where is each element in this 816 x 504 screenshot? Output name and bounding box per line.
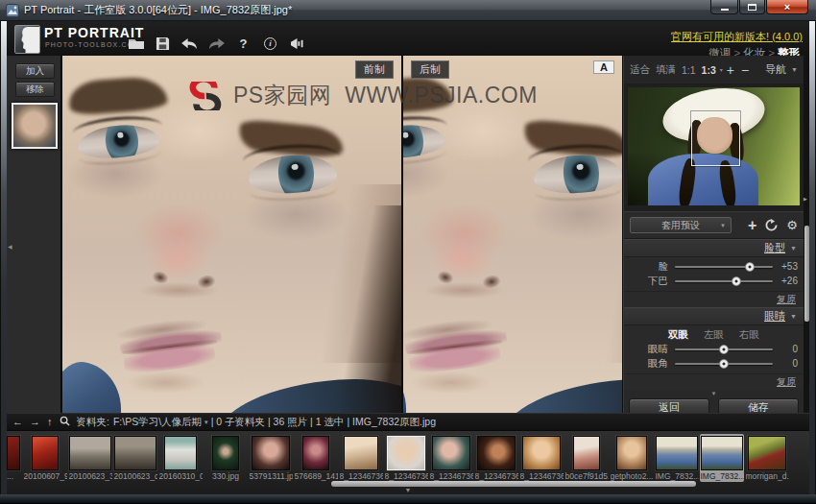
save-icon[interactable] [154, 36, 172, 52]
eye-tab-右眼[interactable]: 右眼 [739, 328, 759, 342]
filmstrip-collapse-icon[interactable]: ▼ [7, 487, 809, 493]
preset-dropdown[interactable]: 套用预设 ▼ [630, 217, 732, 233]
eyes-section-title[interactable]: 眼睛 [764, 309, 785, 324]
chin-slider[interactable] [675, 276, 773, 286]
close-button[interactable]: × [766, 0, 808, 14]
zoom-option-1:1[interactable]: 1:1 [682, 64, 696, 76]
path-sort-caret-icon[interactable]: ▾ [204, 419, 208, 426]
slider-handle[interactable] [745, 262, 755, 272]
eyes-reset-link[interactable]: 复原 [777, 375, 796, 389]
scroll-arrow-icon[interactable]: ▶ [804, 196, 807, 202]
filmstrip-item[interactable]: 20160310_0... [158, 434, 203, 482]
slider-track[interactable] [675, 280, 773, 282]
dropdown-caret-icon: ▼ [720, 223, 726, 228]
filmstrip-item[interactable]: morrigan_d... [745, 434, 789, 482]
open-folder-icon[interactable] [127, 36, 145, 52]
sidebar-collapse-icon[interactable]: ◀ [8, 243, 12, 250]
filmstrip-thumbnail[interactable] [656, 436, 698, 470]
navigator-header[interactable]: 导航 ▼ [765, 62, 798, 77]
filmstrip-item[interactable]: 8_12346736... [474, 434, 518, 482]
nav-forward-icon[interactable]: → [30, 417, 40, 427]
title-bar[interactable]: PT Portrait - 工作室版 3.0.0[64位元] - IMG_783… [0, 0, 816, 21]
face-slider[interactable] [675, 261, 773, 272]
filmstrip-item[interactable]: 20100623_c... [113, 434, 157, 482]
navigator-preview[interactable] [628, 87, 800, 205]
announce-icon[interactable] [288, 36, 306, 52]
filmstrip-thumbnail[interactable] [114, 436, 156, 470]
filmstrip-thumbnail[interactable] [164, 436, 197, 470]
panel-scrollbar-thumb[interactable] [804, 226, 809, 322]
face-section-title[interactable]: 脸型 [764, 241, 785, 255]
add-photo-button[interactable]: 加入 [15, 63, 55, 79]
filmstrip-item[interactable]: 576689_141... [294, 434, 338, 482]
filmstrip-thumbnail[interactable] [32, 436, 59, 470]
filmstrip-item[interactable]: 20100607_9... [23, 434, 67, 482]
zoom-out-button[interactable]: − [741, 63, 749, 77]
filmstrip-item[interactable]: IMG_7832... [655, 434, 699, 482]
update-version-link[interactable]: 官网有可用的新版本! (4.0.0) [671, 31, 803, 42]
filmstrip-thumbnail[interactable] [522, 436, 561, 470]
face-reset-link[interactable]: 复原 [777, 293, 796, 306]
filmstrip-item[interactable]: b0ce7f91d5... [564, 434, 609, 482]
filmstrip-thumbnail[interactable] [432, 436, 470, 470]
redo-icon[interactable] [207, 36, 226, 52]
eye-tab-左眼[interactable]: 左眼 [704, 328, 724, 342]
before-image-panel[interactable]: 前制 [62, 56, 401, 413]
remove-photo-button[interactable]: 移除 [15, 82, 55, 97]
filmstrip-item[interactable]: 20100623_3... [68, 434, 112, 482]
panel-expander-icon[interactable]: ▼ [624, 390, 804, 398]
eyes-section-header[interactable]: 眼睛 ▼ [624, 307, 804, 325]
nav-back-icon[interactable]: ← [12, 417, 23, 427]
filmstrip-item[interactable]: 8_12346736... [339, 434, 383, 482]
filmstrip-item[interactable]: ... [7, 434, 22, 482]
slider-handle[interactable] [732, 276, 741, 286]
filmstrip-item[interactable]: 330.jpg [204, 434, 248, 482]
filmstrip-thumbnail[interactable] [616, 436, 647, 470]
filmstrip-item[interactable]: 8_12346736... [519, 434, 564, 482]
slider-handle[interactable] [719, 345, 729, 354]
info-icon[interactable]: i [261, 36, 279, 52]
search-icon[interactable] [60, 416, 70, 428]
auto-badge: A [593, 60, 614, 74]
filmstrip-thumbnail[interactable] [7, 436, 20, 470]
zoom-option-适合[interactable]: 适合 [630, 63, 650, 77]
slider-handle[interactable] [719, 359, 729, 369]
zoom-in-button[interactable]: + [727, 63, 734, 77]
filmstrip-thumbnail[interactable] [748, 436, 786, 470]
face-section-header[interactable]: 脸型 ▼ [624, 239, 804, 257]
zoom-ratio-caret-icon[interactable]: ▾ [720, 66, 723, 73]
filmstrip-item[interactable]: 8_12346736... [429, 434, 473, 482]
filmstrip-thumbnail[interactable] [573, 436, 600, 470]
maximize-button[interactable] [739, 0, 765, 14]
filmstrip-item[interactable]: 53791311.jpg [249, 434, 293, 482]
eyes-slider[interactable] [675, 344, 773, 354]
reset-preset-icon[interactable] [765, 219, 778, 231]
navigator-view-box[interactable] [691, 111, 739, 166]
undo-icon[interactable] [180, 36, 199, 52]
filmstrip-thumbnail[interactable] [252, 436, 290, 470]
filmstrip-thumbnail[interactable] [387, 436, 425, 470]
filmstrip-item[interactable]: IMG_7832... [700, 434, 744, 482]
minimize-button[interactable] [710, 0, 738, 14]
gear-icon[interactable]: ⚙ [786, 218, 798, 232]
filmstrip-thumbnail[interactable] [69, 436, 111, 470]
nav-up-icon[interactable]: ↑ [47, 417, 53, 427]
help-icon[interactable]: ? [234, 36, 252, 52]
sidebar-photo-thumbnail[interactable] [12, 103, 58, 149]
eye-tab-双眼[interactable]: 双眼 [668, 328, 688, 342]
zoom-option-填满[interactable]: 填满 [656, 63, 676, 77]
filmstrip-thumbnail[interactable] [477, 436, 516, 470]
folder-label: 资料夹: [77, 416, 109, 429]
filmstrip-thumbnail[interactable] [344, 436, 378, 470]
filmstrip-thumbnail[interactable] [302, 436, 329, 470]
zoom-option-1:3[interactable]: 1:3 [702, 64, 716, 76]
folder-path[interactable]: F:\PS学习\人像后期 [113, 416, 202, 429]
filmstrip-item[interactable]: 8_12346736... [384, 434, 428, 482]
filmstrip-item[interactable]: getphoto2... [610, 434, 654, 482]
filmstrip-thumbnail[interactable] [212, 436, 239, 470]
filmstrip-thumbnail[interactable] [701, 436, 743, 470]
slider-track[interactable] [675, 266, 773, 268]
eye-corner-slider[interactable] [675, 358, 773, 369]
add-preset-icon[interactable]: + [748, 218, 756, 233]
after-image-panel[interactable]: 后制 A [403, 56, 622, 413]
